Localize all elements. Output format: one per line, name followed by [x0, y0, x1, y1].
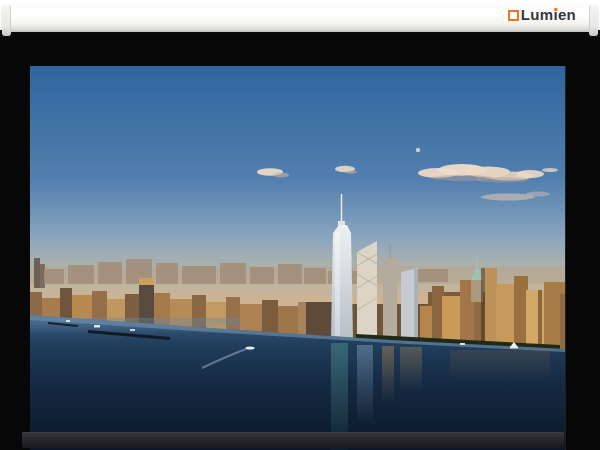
logo-text-i: i	[553, 6, 557, 23]
housing-end-cap-right	[589, 5, 598, 36]
projection-screen-product-photo: Lumien	[0, 0, 600, 450]
lumien-logo-text: Lumien	[521, 6, 576, 24]
city-skyline-photo	[30, 66, 565, 450]
projected-image	[30, 66, 566, 450]
screen-border	[0, 30, 600, 450]
logo-text-prefix: Lum	[521, 6, 554, 23]
one-wtc-tower	[331, 225, 353, 338]
lumien-logo-square-icon	[508, 10, 519, 21]
logo-text-suffix: en	[558, 6, 576, 23]
tower-three	[383, 258, 397, 340]
screen-weight-bar	[22, 432, 564, 448]
lumien-logo: Lumien	[508, 6, 576, 24]
housing-end-cap-left	[2, 5, 11, 36]
